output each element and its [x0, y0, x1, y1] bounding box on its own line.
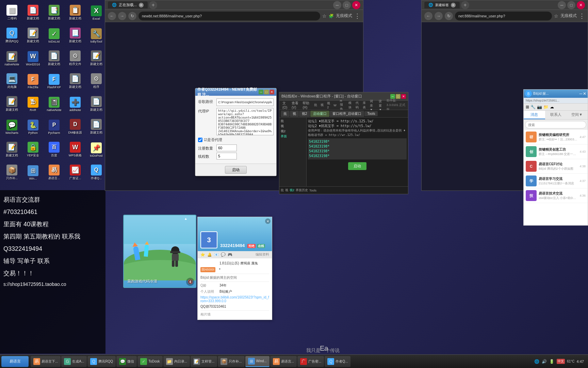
toolbar-btn-3[interactable]: 视2	[326, 101, 331, 110]
forward-button[interactable]: →	[118, 12, 126, 20]
browser-1-maximize[interactable]: □	[343, 1, 351, 9]
panel-item-1[interactable]: 批	[281, 119, 305, 123]
desktop-icon-tobytool[interactable]: 🔧 toByTool	[86, 25, 107, 47]
toolbar-lib[interactable]: 库表	[361, 100, 368, 110]
proxy-textarea[interactable]: http://qii.ydzili.cn/tools/IPware/api.as…	[216, 108, 274, 135]
url-bar-2[interactable]: net:888/mail/new_user.php?	[455, 12, 552, 20]
toolbar-menu-w[interactable]: W	[332, 103, 338, 108]
browser-2-minimize[interactable]: ─	[558, 1, 566, 9]
qq-item-1[interactable]: 研 按键精灵编程研究所 群主: ••你好••！注...23003条是 4:47	[524, 130, 588, 144]
profile-icon-1[interactable]: ⭐	[200, 252, 205, 257]
browser-1-minimize[interactable]: ─	[333, 1, 341, 9]
desktop-icon-prog[interactable]: ⚙ 程序	[86, 70, 107, 92]
desktop-icon-doc12[interactable]: 📄 新建文档	[86, 116, 107, 138]
taskbar-item-yiyuyan[interactable]: 易 易语言...	[270, 356, 297, 367]
panel-item-3[interactable]: 视2	[281, 129, 305, 134]
taskbar-item-wechat[interactable]: 💬 微信	[116, 356, 137, 367]
sys-icon-network[interactable]: 🌐	[534, 358, 540, 365]
terminal-tab-code[interactable]: 批	[281, 111, 290, 117]
profile-close-btn[interactable]: ✕	[265, 218, 271, 224]
desktop-icon-patch[interactable]: 📦 只作补...	[2, 162, 22, 184]
desktop-icon-doc2[interactable]: 📑 新建文档	[44, 2, 64, 24]
desktop-icon-windows[interactable]: ⊞ Win...	[23, 162, 43, 184]
bottom-active-tab[interactable]: 视2	[290, 188, 294, 193]
desktop-icon-todopost[interactable]: 📌 toDoPost	[86, 139, 107, 161]
url-bar-1[interactable]: newbt.net:8888/mail/new_user.php?	[138, 12, 320, 20]
qq-icon-1[interactable]: ⊞	[526, 105, 529, 109]
reload-button[interactable]: ↻	[128, 12, 136, 20]
taskbar-item-ad[interactable]: 广 广告密...	[297, 356, 324, 367]
dialog-close-btn[interactable]: ✕	[270, 90, 274, 94]
bottom-tools[interactable]: Tools	[309, 189, 316, 192]
taskbar-item-qqchat[interactable]: Q 腾讯RQQ	[87, 356, 116, 367]
sys-icon-volume[interactable]: 🔊	[541, 358, 547, 365]
terminal-tab-view1[interactable]: 视	[290, 111, 299, 117]
desktop-icon-doc7[interactable]: 📄 新建文档	[44, 47, 64, 70]
threads-input[interactable]	[216, 153, 237, 159]
is-proxy-checkbox[interactable]	[198, 138, 202, 142]
browser-1-active-tab[interactable]: 🌐 正在加载... ✕	[108, 1, 148, 9]
desktop-icon-doc6[interactable]: 📝 nativeNote	[2, 47, 22, 70]
qq-minimize[interactable]: ─	[579, 91, 582, 96]
path-input[interactable]	[216, 98, 274, 106]
desktop-icon-flashfxp[interactable]: F FlashFXP	[44, 70, 64, 92]
start-button[interactable]: 启动	[225, 166, 247, 174]
qq-icon-4[interactable]: 📁	[543, 105, 549, 109]
ime-badge[interactable]: 中文	[557, 359, 565, 364]
sys-icon-battery[interactable]: 🔋	[549, 358, 555, 365]
terminal-tab-cmdline[interactable]: 窗口程序_启动窗口	[330, 111, 364, 117]
dialog-minimize-btn[interactable]: ─	[259, 90, 263, 94]
toolbar-module[interactable]: 模块	[347, 100, 354, 110]
qq-tab-contacts[interactable]: 联系人	[545, 111, 567, 119]
star-2-icon[interactable]: ☆	[554, 13, 558, 19]
desktop-icon-doc10[interactable]: 📝 新建文档	[2, 93, 22, 115]
tab-close-btn[interactable]: ✕	[139, 3, 144, 7]
desktop-icon-doc4[interactable]: 📝 新建文档	[23, 25, 43, 47]
terminal-start-btn[interactable]: 启动	[348, 162, 366, 170]
taskbar-item-download[interactable]: 易 易语言下...	[31, 356, 61, 367]
desktop-icon-addnote[interactable]: ➕ addNote	[65, 93, 85, 115]
char-popup-sound[interactable]: 🔇	[186, 278, 194, 286]
reload-btn-2[interactable]: ↻	[445, 12, 453, 20]
desktop-icon-stock[interactable]: 📈 广发证...	[65, 162, 85, 184]
qq-tab-space[interactable]: 空间▼	[566, 111, 588, 119]
qq-icon-5[interactable]: ☁	[550, 105, 554, 109]
terminal-minimize[interactable]: ─	[390, 94, 395, 99]
profile-icon-5[interactable]: 🎮	[228, 252, 232, 257]
taskbar-item-authorqq[interactable]: Q 作者Q...	[325, 356, 350, 367]
browser-2-close[interactable]: ✕	[577, 1, 585, 9]
bottom-output2[interactable]: 视	[285, 188, 288, 193]
desktop-icon-excel[interactable]: X Excel	[86, 2, 107, 24]
desktop-icon-doc11[interactable]: 📄 新建文档	[86, 93, 107, 115]
toolbar-btn-1[interactable]: 批	[313, 102, 318, 108]
add-tab-2-button[interactable]: +	[461, 1, 469, 9]
desktop-icon-filezilla[interactable]: F FileZilla	[23, 70, 43, 92]
qq-tab-messages[interactable]: 消息	[524, 111, 545, 119]
browser-2-active-tab[interactable]: 🌐 新建标签 ✕	[424, 2, 460, 9]
desktop-icon-python[interactable]: 🐍 Python	[23, 116, 43, 138]
desktop-icon-word[interactable]: W Word2016	[23, 47, 43, 70]
profile-url-val[interactable]: https://space.bilibili.com/16025623!?spm…	[200, 295, 269, 303]
profile-icon-2[interactable]: 🔔	[207, 252, 212, 257]
desktop-icon-settings[interactable]: ⚙ 程序文件	[65, 47, 85, 70]
desktop-icon-doc5[interactable]: 📃 新建文档	[65, 25, 85, 47]
char-popup-close[interactable]: ▲	[184, 217, 187, 220]
qq-item-5[interactable]: 技 易语言技术交流 x64驱动cc注入 小添+助DDOS 4:36	[524, 188, 588, 203]
browser-2-maximize[interactable]: □	[567, 1, 575, 9]
qq-close[interactable]: ✕	[583, 91, 586, 96]
browser-1-close[interactable]: ✕	[352, 1, 360, 9]
terminal-tab-autolog[interactable]: 启动窗口	[310, 111, 329, 117]
desktop-icon-qq[interactable]: Q 腾讯RQQ	[2, 25, 22, 47]
panel-item-2[interactable]: 视	[281, 124, 305, 128]
desktop-icon-wechat[interactable]: 💬 Wecharts	[2, 116, 22, 138]
qq-item-2[interactable]: 创 按键精灵创意工坊 群主→#ny666188·交差一定不 4:43	[524, 144, 588, 159]
qq-icon-3[interactable]: 📷	[537, 105, 542, 109]
profile-icon-3[interactable]: 📧	[214, 252, 219, 257]
taskbar-item-patch[interactable]: 📦 只作补...	[218, 356, 244, 367]
add-tab-button[interactable]: +	[149, 1, 157, 9]
terminal-tab-history[interactable]: Tools	[364, 111, 378, 116]
file-menu[interactable]: 文(O)	[281, 100, 289, 110]
terminal-maximize[interactable]: □	[396, 94, 401, 99]
desktop-icon-doc8[interactable]: 📝 新建文档	[86, 47, 107, 70]
qq-icon-2[interactable]: 🔧	[530, 105, 536, 109]
